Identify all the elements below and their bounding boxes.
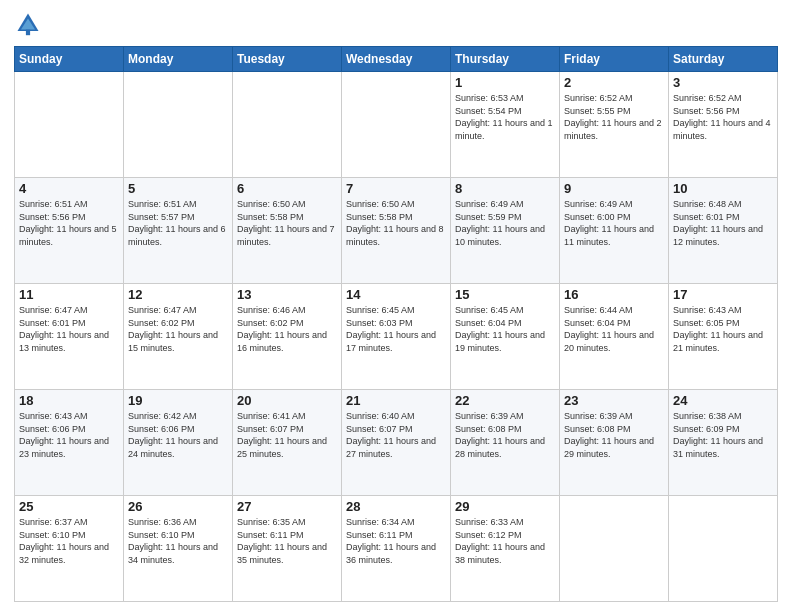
day-info: Sunrise: 6:49 AM Sunset: 5:59 PM Dayligh… [455, 198, 555, 248]
weekday-header-wednesday: Wednesday [342, 47, 451, 72]
calendar-cell [15, 72, 124, 178]
day-number: 9 [564, 181, 664, 196]
weekday-header-thursday: Thursday [451, 47, 560, 72]
weekday-header-row: SundayMondayTuesdayWednesdayThursdayFrid… [15, 47, 778, 72]
day-number: 18 [19, 393, 119, 408]
day-number: 22 [455, 393, 555, 408]
calendar-cell [124, 72, 233, 178]
day-info: Sunrise: 6:37 AM Sunset: 6:10 PM Dayligh… [19, 516, 119, 566]
calendar-cell [560, 496, 669, 602]
day-info: Sunrise: 6:50 AM Sunset: 5:58 PM Dayligh… [237, 198, 337, 248]
svg-rect-2 [26, 30, 30, 36]
calendar-cell: 22Sunrise: 6:39 AM Sunset: 6:08 PM Dayli… [451, 390, 560, 496]
calendar-cell: 19Sunrise: 6:42 AM Sunset: 6:06 PM Dayli… [124, 390, 233, 496]
day-info: Sunrise: 6:45 AM Sunset: 6:03 PM Dayligh… [346, 304, 446, 354]
calendar-cell: 9Sunrise: 6:49 AM Sunset: 6:00 PM Daylig… [560, 178, 669, 284]
calendar-cell: 7Sunrise: 6:50 AM Sunset: 5:58 PM Daylig… [342, 178, 451, 284]
calendar-table: SundayMondayTuesdayWednesdayThursdayFrid… [14, 46, 778, 602]
day-info: Sunrise: 6:43 AM Sunset: 6:05 PM Dayligh… [673, 304, 773, 354]
day-info: Sunrise: 6:35 AM Sunset: 6:11 PM Dayligh… [237, 516, 337, 566]
week-row-1: 1Sunrise: 6:53 AM Sunset: 5:54 PM Daylig… [15, 72, 778, 178]
day-number: 4 [19, 181, 119, 196]
calendar-cell: 20Sunrise: 6:41 AM Sunset: 6:07 PM Dayli… [233, 390, 342, 496]
day-number: 10 [673, 181, 773, 196]
day-info: Sunrise: 6:36 AM Sunset: 6:10 PM Dayligh… [128, 516, 228, 566]
weekday-header-saturday: Saturday [669, 47, 778, 72]
day-number: 25 [19, 499, 119, 514]
calendar-cell [342, 72, 451, 178]
day-number: 15 [455, 287, 555, 302]
week-row-2: 4Sunrise: 6:51 AM Sunset: 5:56 PM Daylig… [15, 178, 778, 284]
day-number: 3 [673, 75, 773, 90]
calendar-cell: 28Sunrise: 6:34 AM Sunset: 6:11 PM Dayli… [342, 496, 451, 602]
day-number: 19 [128, 393, 228, 408]
day-info: Sunrise: 6:45 AM Sunset: 6:04 PM Dayligh… [455, 304, 555, 354]
calendar-cell: 14Sunrise: 6:45 AM Sunset: 6:03 PM Dayli… [342, 284, 451, 390]
weekday-header-sunday: Sunday [15, 47, 124, 72]
calendar-cell: 23Sunrise: 6:39 AM Sunset: 6:08 PM Dayli… [560, 390, 669, 496]
calendar-cell: 10Sunrise: 6:48 AM Sunset: 6:01 PM Dayli… [669, 178, 778, 284]
day-info: Sunrise: 6:44 AM Sunset: 6:04 PM Dayligh… [564, 304, 664, 354]
calendar-cell: 26Sunrise: 6:36 AM Sunset: 6:10 PM Dayli… [124, 496, 233, 602]
day-number: 12 [128, 287, 228, 302]
calendar-page: SundayMondayTuesdayWednesdayThursdayFrid… [0, 0, 792, 612]
weekday-header-tuesday: Tuesday [233, 47, 342, 72]
day-info: Sunrise: 6:34 AM Sunset: 6:11 PM Dayligh… [346, 516, 446, 566]
day-number: 6 [237, 181, 337, 196]
calendar-cell: 17Sunrise: 6:43 AM Sunset: 6:05 PM Dayli… [669, 284, 778, 390]
week-row-4: 18Sunrise: 6:43 AM Sunset: 6:06 PM Dayli… [15, 390, 778, 496]
calendar-cell: 3Sunrise: 6:52 AM Sunset: 5:56 PM Daylig… [669, 72, 778, 178]
logo-icon [14, 10, 42, 38]
day-info: Sunrise: 6:51 AM Sunset: 5:56 PM Dayligh… [19, 198, 119, 248]
day-number: 14 [346, 287, 446, 302]
calendar-cell [233, 72, 342, 178]
weekday-header-monday: Monday [124, 47, 233, 72]
calendar-cell: 1Sunrise: 6:53 AM Sunset: 5:54 PM Daylig… [451, 72, 560, 178]
day-info: Sunrise: 6:39 AM Sunset: 6:08 PM Dayligh… [455, 410, 555, 460]
day-number: 29 [455, 499, 555, 514]
weekday-header-friday: Friday [560, 47, 669, 72]
calendar-cell: 5Sunrise: 6:51 AM Sunset: 5:57 PM Daylig… [124, 178, 233, 284]
calendar-body: 1Sunrise: 6:53 AM Sunset: 5:54 PM Daylig… [15, 72, 778, 602]
day-number: 11 [19, 287, 119, 302]
calendar-cell: 27Sunrise: 6:35 AM Sunset: 6:11 PM Dayli… [233, 496, 342, 602]
day-number: 7 [346, 181, 446, 196]
day-info: Sunrise: 6:46 AM Sunset: 6:02 PM Dayligh… [237, 304, 337, 354]
day-info: Sunrise: 6:53 AM Sunset: 5:54 PM Dayligh… [455, 92, 555, 142]
day-info: Sunrise: 6:49 AM Sunset: 6:00 PM Dayligh… [564, 198, 664, 248]
day-number: 26 [128, 499, 228, 514]
calendar-cell: 6Sunrise: 6:50 AM Sunset: 5:58 PM Daylig… [233, 178, 342, 284]
calendar-cell: 4Sunrise: 6:51 AM Sunset: 5:56 PM Daylig… [15, 178, 124, 284]
calendar-cell: 16Sunrise: 6:44 AM Sunset: 6:04 PM Dayli… [560, 284, 669, 390]
day-info: Sunrise: 6:33 AM Sunset: 6:12 PM Dayligh… [455, 516, 555, 566]
day-number: 27 [237, 499, 337, 514]
calendar-cell: 21Sunrise: 6:40 AM Sunset: 6:07 PM Dayli… [342, 390, 451, 496]
calendar-cell: 2Sunrise: 6:52 AM Sunset: 5:55 PM Daylig… [560, 72, 669, 178]
day-number: 1 [455, 75, 555, 90]
day-number: 20 [237, 393, 337, 408]
day-number: 28 [346, 499, 446, 514]
calendar-cell: 24Sunrise: 6:38 AM Sunset: 6:09 PM Dayli… [669, 390, 778, 496]
day-info: Sunrise: 6:52 AM Sunset: 5:56 PM Dayligh… [673, 92, 773, 142]
day-info: Sunrise: 6:43 AM Sunset: 6:06 PM Dayligh… [19, 410, 119, 460]
calendar-cell: 13Sunrise: 6:46 AM Sunset: 6:02 PM Dayli… [233, 284, 342, 390]
calendar-cell: 12Sunrise: 6:47 AM Sunset: 6:02 PM Dayli… [124, 284, 233, 390]
calendar-cell: 18Sunrise: 6:43 AM Sunset: 6:06 PM Dayli… [15, 390, 124, 496]
day-info: Sunrise: 6:47 AM Sunset: 6:02 PM Dayligh… [128, 304, 228, 354]
calendar-cell: 15Sunrise: 6:45 AM Sunset: 6:04 PM Dayli… [451, 284, 560, 390]
day-number: 16 [564, 287, 664, 302]
day-info: Sunrise: 6:52 AM Sunset: 5:55 PM Dayligh… [564, 92, 664, 142]
day-info: Sunrise: 6:48 AM Sunset: 6:01 PM Dayligh… [673, 198, 773, 248]
day-info: Sunrise: 6:47 AM Sunset: 6:01 PM Dayligh… [19, 304, 119, 354]
day-number: 8 [455, 181, 555, 196]
day-number: 21 [346, 393, 446, 408]
day-info: Sunrise: 6:40 AM Sunset: 6:07 PM Dayligh… [346, 410, 446, 460]
day-info: Sunrise: 6:51 AM Sunset: 5:57 PM Dayligh… [128, 198, 228, 248]
day-number: 2 [564, 75, 664, 90]
logo [14, 10, 46, 38]
day-number: 13 [237, 287, 337, 302]
week-row-3: 11Sunrise: 6:47 AM Sunset: 6:01 PM Dayli… [15, 284, 778, 390]
day-number: 23 [564, 393, 664, 408]
week-row-5: 25Sunrise: 6:37 AM Sunset: 6:10 PM Dayli… [15, 496, 778, 602]
header [14, 10, 778, 38]
